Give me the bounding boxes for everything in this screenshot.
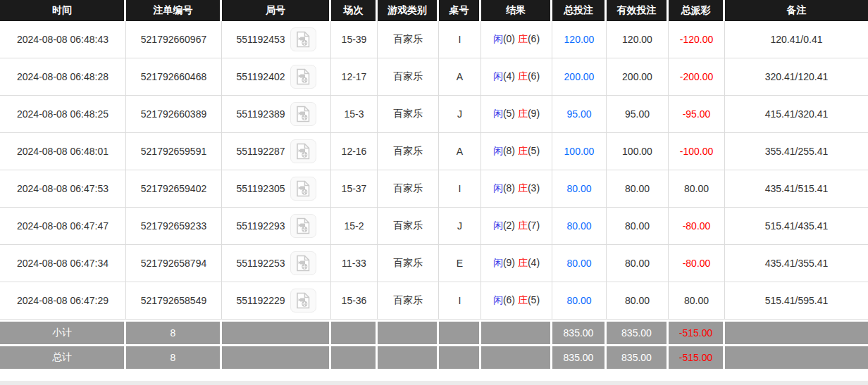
remark-value: 415.41/320.41: [765, 108, 829, 120]
footer-total-bet: 835.00: [552, 344, 607, 369]
table-row: 2024-08-08 06:47:29521792658549551192229…: [0, 282, 868, 320]
cell-time: 2024-08-08 06:48:25: [0, 96, 126, 133]
table-no-value: I: [459, 183, 461, 194]
cell-total-payout: 80.00: [669, 282, 725, 320]
cell-table-no: I: [439, 21, 481, 58]
cell-remark: 515.41/435.41: [725, 208, 868, 245]
table-no-value: A: [457, 146, 463, 157]
header-row: 时间注单编号局号场次游戏类别桌号结果总投注有效投注总派彩备注: [0, 0, 868, 21]
grand-total-row: 总计8835.00835.00-515.00: [0, 344, 868, 369]
time-value: 2024-08-08 06:47:47: [17, 220, 108, 232]
total-payout-value: -95.00: [683, 108, 711, 120]
video-replay-button[interactable]: [290, 177, 316, 201]
footer-empty-round: [222, 344, 331, 369]
valid-bet-value: 120.00: [622, 34, 652, 45]
bet-id-value: 521792659233: [141, 220, 206, 232]
bet-id-value: 521792658794: [141, 258, 206, 269]
footer-label: 小计: [0, 320, 126, 344]
cell-result: 闲(0) 庄(6): [481, 21, 552, 58]
player-label: 闲: [493, 145, 503, 156]
total-bet-value: 120.00: [564, 34, 595, 45]
player-count: (8): [503, 182, 515, 194]
video-replay-button[interactable]: [290, 251, 316, 275]
player-count: (4): [503, 70, 515, 82]
cell-remark: 415.41/320.41: [725, 96, 868, 133]
player-label: 闲: [493, 294, 503, 305]
time-value: 2024-08-08 06:47:29: [17, 295, 108, 306]
valid-bet-value: 80.00: [625, 220, 650, 232]
cell-valid-bet: 95.00: [607, 96, 669, 133]
cell-result: 闲(2) 庄(7): [481, 208, 552, 245]
cell-bet-id: 521792658549: [126, 282, 222, 320]
cell-total-bet: 80.00: [552, 245, 607, 282]
cell-result: 闲(5) 庄(9): [481, 96, 552, 133]
column-header-session: 场次: [331, 0, 378, 21]
cell-valid-bet: 120.00: [607, 21, 669, 58]
cell-time: 2024-08-08 06:47:34: [0, 245, 126, 282]
cell-valid-bet: 200.00: [607, 58, 669, 96]
video-replay-button[interactable]: [290, 65, 316, 89]
cell-total-payout: -200.00: [669, 58, 725, 96]
remark-value: 435.41/515.41: [765, 183, 829, 194]
footer-total-payout: -515.00: [669, 320, 725, 344]
video-replay-button[interactable]: [290, 27, 316, 51]
game-type-value: 百家乐: [393, 182, 423, 194]
footer-empty-result: [481, 344, 552, 369]
cell-round-id: 551192253: [222, 245, 331, 282]
remark-value: 120.41/0.41: [771, 34, 823, 45]
table-body: 2024-08-08 06:48:43521792660967551192453…: [0, 21, 868, 320]
cell-valid-bet: 100.00: [607, 133, 669, 170]
video-replay-button[interactable]: [290, 139, 316, 163]
cell-game-type: 百家乐: [378, 133, 439, 170]
valid-bet-value: 200.00: [622, 71, 652, 82]
video-replay-button[interactable]: [290, 214, 316, 238]
cell-total-bet: 80.00: [552, 170, 607, 208]
video-file-icon: [294, 68, 311, 85]
bet-id-value: 521792660967: [141, 34, 206, 45]
total-payout-value: 80.00: [684, 183, 709, 194]
cell-total-payout: 80.00: [669, 170, 725, 208]
cell-result: 闲(4) 庄(6): [481, 58, 552, 96]
video-replay-button[interactable]: [290, 102, 316, 126]
cell-round-id: 551192453: [222, 21, 331, 58]
cell-game-type: 百家乐: [378, 21, 439, 58]
time-value: 2024-08-08 06:48:01: [17, 146, 108, 157]
cell-time: 2024-08-08 06:47:29: [0, 282, 126, 320]
cell-total-bet: 80.00: [552, 208, 607, 245]
video-file-icon: [294, 180, 311, 197]
game-type-value: 百家乐: [393, 108, 423, 119]
cell-table-no: A: [439, 58, 481, 96]
bet-id-value: 521792658549: [141, 295, 206, 306]
footer-empty-game-type: [378, 344, 439, 369]
game-type-value: 百家乐: [393, 220, 423, 231]
player-count: (0): [503, 33, 515, 44]
cell-session: 15-37: [331, 170, 378, 208]
video-replay-button[interactable]: [290, 289, 316, 313]
footer-empty-remark: [725, 344, 868, 369]
game-type-value: 百家乐: [393, 294, 423, 305]
column-header-result: 结果: [481, 0, 552, 21]
time-value: 2024-08-08 06:47:53: [17, 183, 108, 194]
round-id-value: 551192402: [236, 71, 285, 82]
cell-total-bet: 120.00: [552, 21, 607, 58]
cell-game-type: 百家乐: [378, 96, 439, 133]
footer-empty-round: [222, 320, 331, 344]
banker-count: (6): [528, 70, 540, 82]
cell-session: 15-36: [331, 282, 378, 320]
player-label: 闲: [493, 70, 503, 82]
cell-valid-bet: 80.00: [607, 282, 669, 320]
bet-records-page: 时间注单编号局号场次游戏类别桌号结果总投注有效投注总派彩备注 2024-08-0…: [0, 0, 868, 385]
bet-id-value: 521792659402: [141, 183, 206, 194]
total-payout-value: -200.00: [680, 71, 713, 82]
banker-label: 庄: [518, 108, 528, 119]
cell-bet-id: 521792660389: [126, 96, 222, 133]
table-no-value: I: [459, 34, 461, 45]
round-id-value: 551192287: [236, 146, 285, 157]
round-cell-inner: 551192293: [236, 214, 316, 238]
table-footer: 小计8835.00835.00-515.00总计8835.00835.00-51…: [0, 320, 868, 369]
round-cell-inner: 551192453: [236, 27, 316, 51]
cell-remark: 355.41/255.41: [725, 133, 868, 170]
footer-valid-bet: 835.00: [607, 320, 669, 344]
cell-time: 2024-08-08 06:48:01: [0, 133, 126, 170]
video-file-icon: [294, 292, 311, 309]
